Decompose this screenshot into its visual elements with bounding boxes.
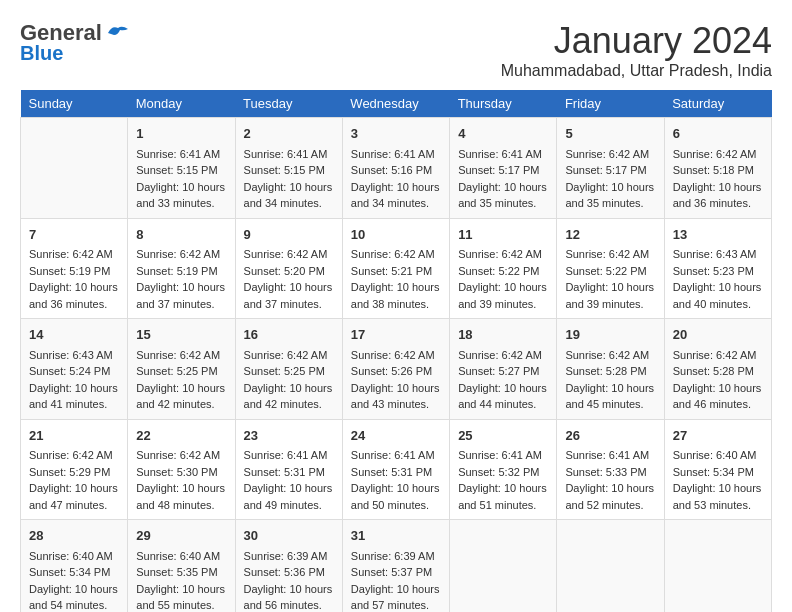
daylight: Daylight: 10 hours and 46 minutes. [673,382,762,411]
sunset: Sunset: 5:36 PM [244,566,325,578]
sunrise: Sunrise: 6:43 AM [29,349,113,361]
calendar-cell: 13Sunrise: 6:43 AMSunset: 5:23 PMDayligh… [664,218,771,319]
day-number: 18 [458,325,548,345]
daylight: Daylight: 10 hours and 38 minutes. [351,281,440,310]
sunrise: Sunrise: 6:41 AM [565,449,649,461]
sunrise: Sunrise: 6:42 AM [673,148,757,160]
sunrise: Sunrise: 6:42 AM [565,148,649,160]
calendar-cell: 9Sunrise: 6:42 AMSunset: 5:20 PMDaylight… [235,218,342,319]
day-number: 13 [673,225,763,245]
daylight: Daylight: 10 hours and 57 minutes. [351,583,440,612]
sunrise: Sunrise: 6:42 AM [458,248,542,260]
sunset: Sunset: 5:18 PM [673,164,754,176]
title-block: January 2024 Muhammadabad, Uttar Pradesh… [501,20,772,80]
month-year: January 2024 [501,20,772,62]
calendar-cell: 11Sunrise: 6:42 AMSunset: 5:22 PMDayligh… [450,218,557,319]
sunrise: Sunrise: 6:42 AM [565,248,649,260]
sunset: Sunset: 5:32 PM [458,466,539,478]
daylight: Daylight: 10 hours and 39 minutes. [458,281,547,310]
week-row-2: 14Sunrise: 6:43 AMSunset: 5:24 PMDayligh… [21,319,772,420]
daylight: Daylight: 10 hours and 42 minutes. [136,382,225,411]
daylight: Daylight: 10 hours and 36 minutes. [673,181,762,210]
sunrise: Sunrise: 6:42 AM [136,248,220,260]
daylight: Daylight: 10 hours and 34 minutes. [351,181,440,210]
calendar-cell: 26Sunrise: 6:41 AMSunset: 5:33 PMDayligh… [557,419,664,520]
day-number: 6 [673,124,763,144]
sunrise: Sunrise: 6:41 AM [351,148,435,160]
sunrise: Sunrise: 6:41 AM [136,148,220,160]
week-row-3: 21Sunrise: 6:42 AMSunset: 5:29 PMDayligh… [21,419,772,520]
day-number: 15 [136,325,226,345]
sunrise: Sunrise: 6:42 AM [351,349,435,361]
daylight: Daylight: 10 hours and 52 minutes. [565,482,654,511]
sunset: Sunset: 5:15 PM [244,164,325,176]
sunrise: Sunrise: 6:40 AM [673,449,757,461]
sunrise: Sunrise: 6:39 AM [351,550,435,562]
day-number: 30 [244,526,334,546]
calendar-cell: 4Sunrise: 6:41 AMSunset: 5:17 PMDaylight… [450,118,557,219]
day-number: 23 [244,426,334,446]
page-header: General Blue January 2024 Muhammadabad, … [20,20,772,80]
day-number: 2 [244,124,334,144]
daylight: Daylight: 10 hours and 42 minutes. [244,382,333,411]
header-row: SundayMondayTuesdayWednesdayThursdayFrid… [21,90,772,118]
sunset: Sunset: 5:23 PM [673,265,754,277]
calendar-cell [21,118,128,219]
sunset: Sunset: 5:29 PM [29,466,110,478]
header-monday: Monday [128,90,235,118]
sunset: Sunset: 5:19 PM [29,265,110,277]
calendar-cell: 28Sunrise: 6:40 AMSunset: 5:34 PMDayligh… [21,520,128,613]
calendar-cell: 1Sunrise: 6:41 AMSunset: 5:15 PMDaylight… [128,118,235,219]
calendar-cell: 7Sunrise: 6:42 AMSunset: 5:19 PMDaylight… [21,218,128,319]
calendar-cell: 8Sunrise: 6:42 AMSunset: 5:19 PMDaylight… [128,218,235,319]
day-number: 8 [136,225,226,245]
daylight: Daylight: 10 hours and 45 minutes. [565,382,654,411]
week-row-1: 7Sunrise: 6:42 AMSunset: 5:19 PMDaylight… [21,218,772,319]
sunrise: Sunrise: 6:40 AM [136,550,220,562]
day-number: 3 [351,124,441,144]
daylight: Daylight: 10 hours and 43 minutes. [351,382,440,411]
calendar-cell: 6Sunrise: 6:42 AMSunset: 5:18 PMDaylight… [664,118,771,219]
daylight: Daylight: 10 hours and 39 minutes. [565,281,654,310]
header-wednesday: Wednesday [342,90,449,118]
sunrise: Sunrise: 6:41 AM [458,148,542,160]
calendar-cell: 16Sunrise: 6:42 AMSunset: 5:25 PMDayligh… [235,319,342,420]
day-number: 11 [458,225,548,245]
daylight: Daylight: 10 hours and 44 minutes. [458,382,547,411]
sunrise: Sunrise: 6:41 AM [244,449,328,461]
sunrise: Sunrise: 6:42 AM [458,349,542,361]
calendar-cell [557,520,664,613]
sunset: Sunset: 5:16 PM [351,164,432,176]
day-number: 10 [351,225,441,245]
sunrise: Sunrise: 6:42 AM [244,248,328,260]
day-number: 4 [458,124,548,144]
sunrise: Sunrise: 6:42 AM [136,449,220,461]
sunrise: Sunrise: 6:42 AM [29,449,113,461]
sunset: Sunset: 5:34 PM [29,566,110,578]
calendar-cell: 25Sunrise: 6:41 AMSunset: 5:32 PMDayligh… [450,419,557,520]
week-row-0: 1Sunrise: 6:41 AMSunset: 5:15 PMDaylight… [21,118,772,219]
calendar-cell: 14Sunrise: 6:43 AMSunset: 5:24 PMDayligh… [21,319,128,420]
daylight: Daylight: 10 hours and 50 minutes. [351,482,440,511]
day-number: 31 [351,526,441,546]
calendar-cell: 27Sunrise: 6:40 AMSunset: 5:34 PMDayligh… [664,419,771,520]
sunrise: Sunrise: 6:41 AM [244,148,328,160]
calendar-cell: 22Sunrise: 6:42 AMSunset: 5:30 PMDayligh… [128,419,235,520]
calendar-cell: 20Sunrise: 6:42 AMSunset: 5:28 PMDayligh… [664,319,771,420]
day-number: 25 [458,426,548,446]
sunset: Sunset: 5:19 PM [136,265,217,277]
header-tuesday: Tuesday [235,90,342,118]
sunset: Sunset: 5:35 PM [136,566,217,578]
sunset: Sunset: 5:17 PM [458,164,539,176]
sunset: Sunset: 5:28 PM [673,365,754,377]
day-number: 7 [29,225,119,245]
sunset: Sunset: 5:24 PM [29,365,110,377]
sunset: Sunset: 5:22 PM [565,265,646,277]
sunset: Sunset: 5:25 PM [244,365,325,377]
calendar-cell: 5Sunrise: 6:42 AMSunset: 5:17 PMDaylight… [557,118,664,219]
daylight: Daylight: 10 hours and 48 minutes. [136,482,225,511]
day-number: 26 [565,426,655,446]
daylight: Daylight: 10 hours and 37 minutes. [136,281,225,310]
sunset: Sunset: 5:27 PM [458,365,539,377]
daylight: Daylight: 10 hours and 53 minutes. [673,482,762,511]
